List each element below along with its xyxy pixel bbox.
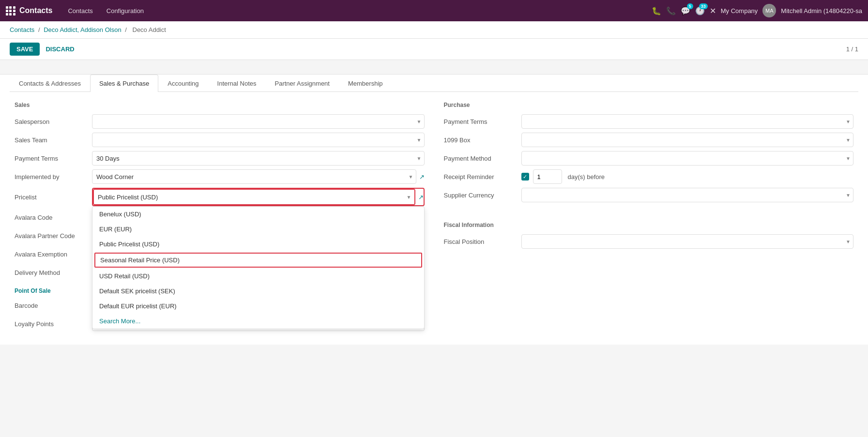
grid-icon	[6, 6, 15, 15]
box-1099-row: 1099 Box ▼	[444, 133, 854, 147]
delivery-method-label: Delivery Method	[15, 269, 92, 276]
box-1099-field: ▼	[521, 133, 854, 147]
receipt-reminder-checkbox[interactable]	[521, 173, 529, 181]
main-content: Contacts & Addresses Sales & Purchase Ac…	[0, 75, 868, 345]
implemented-by-row: Implemented by ▼ ↗	[15, 169, 425, 184]
receipt-reminder-days-input[interactable]	[533, 169, 562, 184]
barcode-label: Barcode	[15, 302, 92, 309]
breadcrumb-current: Deco Addict	[133, 26, 166, 33]
bug-icon[interactable]: 🐛	[652, 6, 661, 15]
sales-column: Sales Salesperson ▼ Sales Team ▼ Paymen	[15, 102, 425, 335]
pricelist-external-link[interactable]: ↗	[418, 194, 424, 201]
form-body: Sales Salesperson ▼ Sales Team ▼ Paymen	[10, 102, 858, 335]
receipt-reminder-row: Receipt Reminder day(s) before	[444, 169, 854, 184]
avatar[interactable]: MA	[762, 4, 776, 17]
implemented-by-label: Implemented by	[15, 173, 92, 181]
avalara-code-label: Avalara Code	[15, 214, 92, 221]
fiscal-position-row: Fiscal Position ▼	[444, 234, 854, 249]
fiscal-section-title: Fiscal Information	[444, 222, 854, 228]
fiscal-position-label: Fiscal Position	[444, 238, 521, 245]
company-name[interactable]: My Company	[721, 7, 758, 15]
salesperson-row: Salesperson ▼	[15, 114, 425, 129]
purchase-payment-terms-label: Payment Terms	[444, 118, 521, 125]
payment-terms-row: Payment Terms ▼	[15, 151, 425, 166]
close-icon[interactable]: ✕	[710, 6, 716, 15]
purchase-column: Purchase Payment Terms ▼ 1099 Box ▼ Pay	[444, 102, 854, 335]
supplier-currency-label: Supplier Currency	[444, 192, 521, 199]
loyalty-points-label: Loyalty Points	[15, 320, 92, 328]
payment-terms-label: Payment Terms	[15, 155, 92, 162]
clock-icon[interactable]: 🕐 33	[695, 6, 705, 15]
payment-method-label: Payment Method	[444, 155, 521, 162]
box-1099-label: 1099 Box	[444, 136, 521, 144]
tab-bar: Contacts & Addresses Sales & Purchase Ac…	[10, 75, 858, 92]
tab-membership[interactable]: Membership	[339, 75, 392, 92]
box-1099-input[interactable]	[521, 133, 854, 147]
updates-badge: 33	[699, 3, 708, 9]
implemented-by-external-link[interactable]: ↗	[419, 173, 425, 181]
tab-accounting[interactable]: Accounting	[158, 75, 208, 92]
pricelist-option-public[interactable]: Public Pricelist (USD)	[92, 237, 424, 252]
menu-contacts[interactable]: Contacts	[62, 4, 98, 17]
app-logo[interactable]: Contacts	[6, 6, 52, 15]
sales-team-input[interactable]	[92, 133, 425, 147]
pricelist-label: Pricelist	[15, 194, 92, 201]
tab-contacts-addresses[interactable]: Contacts & Addresses	[10, 75, 90, 92]
supplier-currency-row: Supplier Currency ▼	[444, 188, 854, 202]
sales-team-field: ▼	[92, 133, 425, 147]
chat-icon[interactable]: 💬 5	[681, 6, 690, 15]
pagination: 1 / 1	[846, 45, 858, 53]
discard-button[interactable]: DISCARD	[46, 45, 74, 53]
save-button[interactable]: SAVE	[10, 43, 40, 56]
supplier-currency-input[interactable]	[521, 188, 854, 202]
pricelist-option-sek[interactable]: Default SEK pricelist (SEK)	[92, 284, 424, 299]
pricelist-search-more[interactable]: Search More...	[92, 314, 424, 329]
implemented-by-field: ▼ ↗	[92, 169, 425, 184]
purchase-payment-terms-input[interactable]	[521, 114, 854, 129]
top-navbar: Contacts Contacts Configuration 🐛 📞 💬 5 …	[0, 0, 868, 21]
pricelist-row: Pricelist ▼ ↗ Benelux (USD) EUR (EUR) Pu…	[15, 188, 425, 206]
app-name: Contacts	[19, 6, 52, 15]
breadcrumb-contact-detail[interactable]: Deco Addict, Addison Olson	[44, 26, 121, 33]
pricelist-dropdown: Benelux (USD) EUR (EUR) Public Pricelist…	[92, 206, 425, 329]
pricelist-option-eur-default[interactable]: Default EUR pricelist (EUR)	[92, 299, 424, 314]
pricelist-option-benelux[interactable]: Benelux (USD)	[92, 207, 424, 222]
purchase-payment-terms-field: ▼	[521, 114, 854, 129]
receipt-reminder-suffix: day(s) before	[568, 173, 605, 181]
phone-icon[interactable]: 📞	[666, 6, 676, 15]
breadcrumb: Contacts / Deco Addict, Addison Olson / …	[0, 21, 868, 39]
chat-badge: 5	[687, 3, 693, 9]
payment-method-row: Payment Method ▼	[444, 151, 854, 166]
sales-team-label: Sales Team	[15, 136, 92, 144]
pricelist-option-usd-retail[interactable]: USD Retail (USD)	[92, 269, 424, 284]
payment-method-field: ▼	[521, 151, 854, 166]
receipt-reminder-field: day(s) before	[521, 169, 854, 184]
payment-terms-field: ▼	[92, 151, 425, 166]
payment-terms-input[interactable]	[92, 151, 425, 166]
tab-internal-notes[interactable]: Internal Notes	[208, 75, 266, 92]
avalara-exemption-label: Avalara Exemption	[15, 251, 92, 258]
payment-method-input[interactable]	[521, 151, 854, 166]
topnav-right: 🐛 📞 💬 5 🕐 33 ✕ My Company MA Mitchell Ad…	[652, 4, 862, 17]
pricelist-option-eur[interactable]: EUR (EUR)	[92, 222, 424, 237]
breadcrumb-contacts[interactable]: Contacts	[10, 26, 34, 33]
sales-section-title: Sales	[15, 102, 425, 108]
salesperson-label: Salesperson	[15, 118, 92, 125]
sales-team-row: Sales Team ▼	[15, 133, 425, 147]
tab-sales-purchase[interactable]: Sales & Purchase	[90, 75, 158, 92]
top-menu: Contacts Configuration	[62, 4, 651, 17]
salesperson-field: ▼	[92, 114, 425, 129]
supplier-currency-field: ▼	[521, 188, 854, 202]
action-bar: SAVE DISCARD 1 / 1	[0, 39, 868, 60]
tab-partner-assignment[interactable]: Partner Assignment	[266, 75, 339, 92]
pricelist-option-seasonal[interactable]: Seasonal Retail Price (USD)	[94, 253, 422, 268]
purchase-section-title: Purchase	[444, 102, 854, 108]
pricelist-input[interactable]	[94, 190, 414, 204]
menu-configuration[interactable]: Configuration	[101, 4, 150, 17]
receipt-reminder-label: Receipt Reminder	[444, 173, 521, 181]
implemented-by-input[interactable]	[92, 169, 416, 184]
salesperson-input[interactable]	[92, 114, 425, 129]
purchase-payment-terms-row: Payment Terms ▼	[444, 114, 854, 129]
fiscal-position-input[interactable]	[521, 234, 854, 249]
fiscal-position-field: ▼	[521, 234, 854, 249]
